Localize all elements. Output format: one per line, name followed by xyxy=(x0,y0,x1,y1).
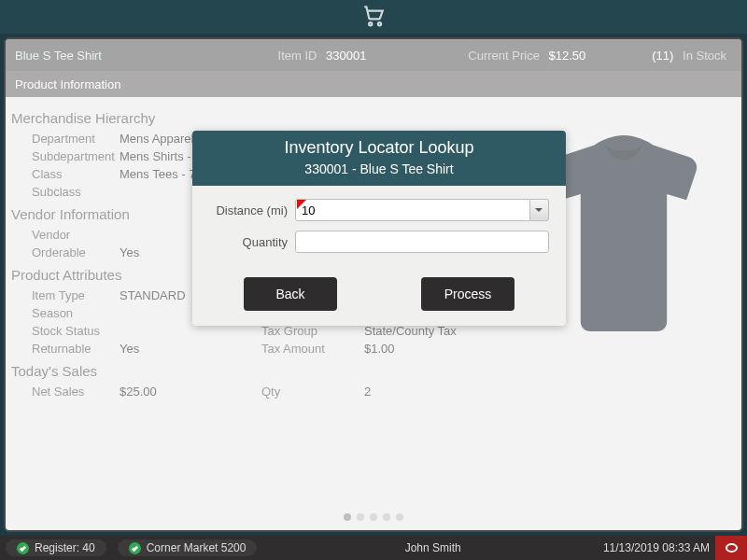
cart-icon[interactable] xyxy=(361,3,386,31)
quantity-label: Quantity xyxy=(209,235,295,249)
quantity-input[interactable] xyxy=(295,231,549,253)
check-icon xyxy=(129,542,141,554)
brand-badge[interactable] xyxy=(715,536,747,560)
distance-input[interactable] xyxy=(295,199,530,221)
process-button[interactable]: Process xyxy=(421,277,514,311)
back-button[interactable]: Back xyxy=(244,277,337,311)
inventory-locator-modal: Inventory Locator Lookup 330001 - Blue S… xyxy=(192,131,566,326)
user-name: John Smith xyxy=(262,541,602,554)
datetime: 11/13/2019 08:33 AM xyxy=(603,541,710,554)
check-icon xyxy=(17,542,29,554)
register-status[interactable]: Register: 40 xyxy=(6,539,106,556)
required-icon xyxy=(297,200,306,209)
page: Blue S Tee Shirt Item ID 330001 Current … xyxy=(4,37,743,532)
modal-subtitle: 330001 - Blue S Tee Shirt xyxy=(192,161,566,176)
status-bar: Register: 40 Corner Market 5200 John Smi… xyxy=(0,536,747,560)
top-bar xyxy=(0,0,747,34)
store-status[interactable]: Corner Market 5200 xyxy=(118,539,258,556)
svg-point-1 xyxy=(378,22,381,25)
modal-title: Inventory Locator Lookup xyxy=(192,138,566,158)
distance-dropdown[interactable] xyxy=(530,199,549,221)
svg-point-0 xyxy=(369,22,372,25)
distance-label: Distance (mi) xyxy=(209,203,295,217)
